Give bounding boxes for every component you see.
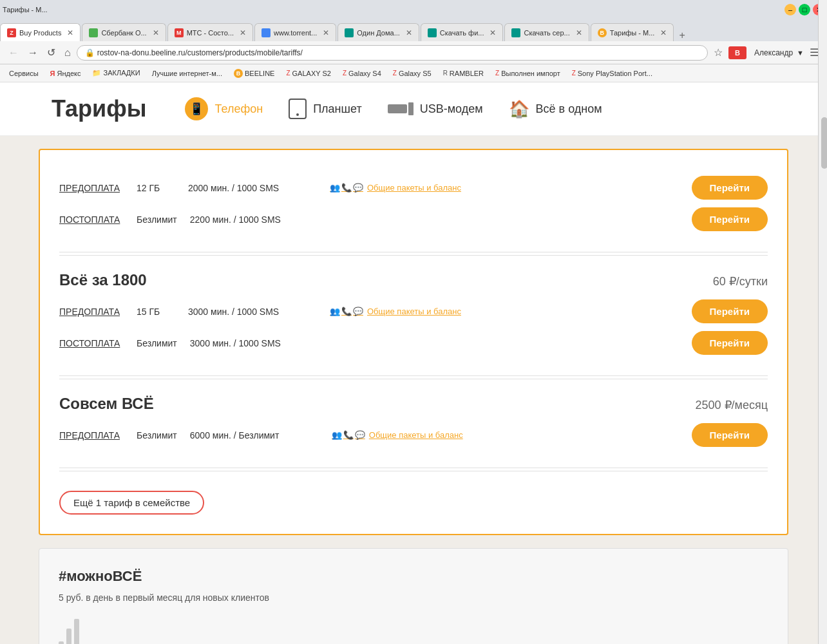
extra-tariff-button[interactable]: Ещё 1 тариф в семействе bbox=[59, 491, 204, 515]
tariff-row-prepay-1: ПРЕДОПЛАТА 12 ГБ 2000 мин. / 1000 SMS 👥 … bbox=[59, 176, 768, 200]
prepay-link-1[interactable]: ПРЕДОПЛАТА bbox=[59, 183, 124, 193]
bookmark-rambler[interactable]: R RAMBLER bbox=[439, 68, 488, 79]
postpay-link-1[interactable]: ПОСТОПЛАТА bbox=[59, 214, 124, 225]
tab-close-6[interactable]: ✕ bbox=[487, 28, 496, 37]
tariff-row-postpay-2: ПОСТОПЛАТА Безлимит 3000 мин. / 1000 SMS… bbox=[59, 331, 768, 355]
tab-close-4[interactable]: ✕ bbox=[320, 28, 329, 37]
next-section: #можноВСЁ 5 руб. в день в первый месяц д… bbox=[39, 548, 788, 644]
tab-tablet-label: Планшет bbox=[313, 102, 362, 116]
tab-label-8: Тарифы - М... bbox=[610, 29, 655, 37]
tab-label-4: www.torrent... bbox=[274, 29, 317, 37]
address-bar[interactable]: 🔒 rostov-na-donu.beeline.ru/customers/pr… bbox=[77, 45, 708, 61]
goto-button-prepay-2[interactable]: Перейти bbox=[692, 299, 768, 323]
tab-phone[interactable]: 📱 Телефон bbox=[185, 97, 263, 120]
refresh-button[interactable]: ↺ bbox=[44, 45, 59, 60]
tab-download1[interactable]: Скачать фи... ✕ bbox=[421, 23, 504, 41]
tab-tariffs[interactable]: B Тарифы - М... ✕ bbox=[591, 23, 674, 41]
tab-close-7[interactable]: ✕ bbox=[573, 28, 582, 37]
house-icon: 🏠 bbox=[509, 99, 529, 119]
tab-label-1: Buy Products bbox=[19, 29, 61, 37]
goto-button-prepay-1[interactable]: Перейти bbox=[692, 176, 768, 200]
phone-icon-small-2: 📞 bbox=[341, 307, 352, 316]
scrollbar-thumb[interactable] bbox=[821, 117, 828, 169]
bookmark-yandex[interactable]: Я Яндекс bbox=[46, 68, 85, 79]
people-icon-2: 👥 bbox=[330, 307, 340, 316]
bookmark-zakl[interactable]: 📁 ЗАКЛАДКИ bbox=[88, 68, 144, 79]
tariff-header-3: Совсем ВСЁ 2500 ₽/месяц bbox=[59, 395, 768, 413]
goto-button-prepay-3[interactable]: Перейти bbox=[692, 423, 768, 447]
page-title: Тарифы bbox=[52, 95, 146, 122]
tab-favicon-6 bbox=[428, 28, 437, 37]
tab-close-2[interactable]: ✕ bbox=[150, 28, 159, 37]
bookmark-beeline[interactable]: B BEELINE bbox=[230, 68, 278, 79]
separator-1 bbox=[59, 255, 768, 256]
home-button[interactable]: ⌂ bbox=[61, 46, 74, 60]
tab-all-in-one[interactable]: 🏠 Всё в одном bbox=[509, 99, 602, 119]
tab-odin-doma[interactable]: Один Дома... ✕ bbox=[337, 23, 419, 41]
prepay-minutes-1: 2000 мин. / 1000 SMS bbox=[188, 183, 317, 193]
bookmark-galaxy-s2[interactable]: Z GALAXY S2 bbox=[282, 68, 334, 79]
new-tab-button[interactable]: + bbox=[675, 30, 689, 41]
tab-buy-products[interactable]: Z Buy Products ✕ bbox=[0, 23, 81, 41]
forward-button[interactable]: → bbox=[24, 46, 41, 60]
tariff-price-2: 60 ₽/сутки bbox=[713, 274, 768, 289]
tab-mts[interactable]: M МТС - Состо... ✕ bbox=[167, 23, 253, 41]
bookmark-galaxy-s5[interactable]: Z Galaxy S5 bbox=[389, 68, 435, 79]
bookmark-button[interactable]: ☆ bbox=[710, 45, 726, 60]
minimize-button[interactable]: – bbox=[784, 4, 796, 15]
tab-tablet[interactable]: Планшет bbox=[289, 99, 362, 119]
people-icon-1: 👥 bbox=[330, 183, 340, 193]
bookmark-best[interactable]: Лучшие интернет-м... bbox=[148, 68, 226, 79]
title-bar: Тарифы - М... – □ ✕ bbox=[0, 0, 827, 19]
prepay-gb-3: Безлимит bbox=[137, 430, 177, 440]
main-card: ПРЕДОПЛАТА 12 ГБ 2000 мин. / 1000 SMS 👥 … bbox=[39, 149, 788, 535]
tariff-name-2: Всё за 1800 bbox=[59, 271, 147, 289]
bookmark-sony[interactable]: Z Sony PlayStation Port... bbox=[568, 68, 656, 79]
tab-download2[interactable]: Скачать сер... ✕ bbox=[504, 23, 589, 41]
bookmarks-bar: Сервисы Я Яндекс 📁 ЗАКЛАДКИ Лучшие интер… bbox=[0, 64, 827, 82]
maximize-button[interactable]: □ bbox=[799, 4, 810, 15]
goto-button-postpay-2[interactable]: Перейти bbox=[692, 331, 768, 355]
tab-label-5: Один Дома... bbox=[357, 29, 400, 37]
user-dropdown-icon[interactable]: ▼ bbox=[797, 49, 804, 57]
tab-label-2: Сбербанк О... bbox=[101, 29, 146, 37]
hashtag-desc: 5 руб. в день в первый месяц для новых к… bbox=[59, 592, 768, 603]
phone-icon-small-3: 📞 bbox=[343, 430, 354, 440]
separator-3 bbox=[59, 471, 768, 471]
tab-favicon-1: Z bbox=[7, 28, 16, 37]
postpay-gb-2: Безлимит bbox=[137, 338, 177, 348]
url-text: rostov-na-donu.beeline.ru/customers/prod… bbox=[97, 48, 303, 57]
shared-link-3[interactable]: 👥 📞 💬 Общие пакеты и баланс bbox=[332, 430, 679, 440]
prepay-link-2[interactable]: ПРЕДОПЛАТА bbox=[59, 307, 124, 317]
goto-button-postpay-1[interactable]: Перейти bbox=[692, 207, 768, 231]
navigation-bar: ← → ↺ ⌂ 🔒 rostov-na-donu.beeline.ru/cust… bbox=[0, 41, 827, 64]
tabs-bar: Z Buy Products ✕ Сбербанк О... ✕ M МТС -… bbox=[0, 19, 827, 41]
bookmark-galaxy-s4[interactable]: Z Galaxy S4 bbox=[339, 68, 385, 79]
prepay-link-3[interactable]: ПРЕДОПЛАТА bbox=[59, 430, 124, 440]
postpay-link-2[interactable]: ПОСТОПЛАТА bbox=[59, 338, 124, 348]
tab-torrent[interactable]: www.torrent... ✕ bbox=[254, 23, 336, 41]
tab-sberbank[interactable]: Сбербанк О... ✕ bbox=[82, 23, 166, 41]
tab-phone-label: Телефон bbox=[214, 102, 263, 116]
separator-2 bbox=[59, 379, 768, 379]
tab-close-1[interactable]: ✕ bbox=[64, 28, 73, 37]
beeline-ext-icon[interactable]: B bbox=[728, 46, 746, 59]
shared-link-2[interactable]: 👥 📞 💬 Общие пакеты и баланс bbox=[330, 307, 679, 316]
browser-chrome: Тарифы - М... – □ ✕ Z Buy Products ✕ Сбе… bbox=[0, 0, 827, 82]
back-button[interactable]: ← bbox=[5, 46, 22, 60]
scrollbar-track[interactable] bbox=[818, 0, 827, 644]
shared-icons-2: 👥 📞 💬 bbox=[330, 307, 363, 316]
tab-close-3[interactable]: ✕ bbox=[237, 28, 246, 37]
bookmark-services[interactable]: Сервисы bbox=[5, 68, 43, 79]
msg-icon-1: 💬 bbox=[353, 183, 363, 193]
tab-all-in-one-label: Всё в одном bbox=[536, 102, 602, 116]
tab-close-5[interactable]: ✕ bbox=[403, 28, 412, 37]
window-title: Тарифы - М... bbox=[3, 6, 48, 14]
tablet-icon bbox=[289, 99, 307, 119]
bookmark-import[interactable]: Z Выполнен импорт bbox=[491, 68, 564, 79]
tab-favicon-7 bbox=[511, 28, 520, 37]
tab-favicon-4 bbox=[261, 28, 271, 37]
tab-close-8[interactable]: ✕ bbox=[658, 28, 667, 37]
shared-link-1[interactable]: 👥 📞 💬 Общие пакеты и баланс bbox=[330, 183, 679, 193]
tab-usb[interactable]: USB-модем bbox=[388, 102, 483, 116]
